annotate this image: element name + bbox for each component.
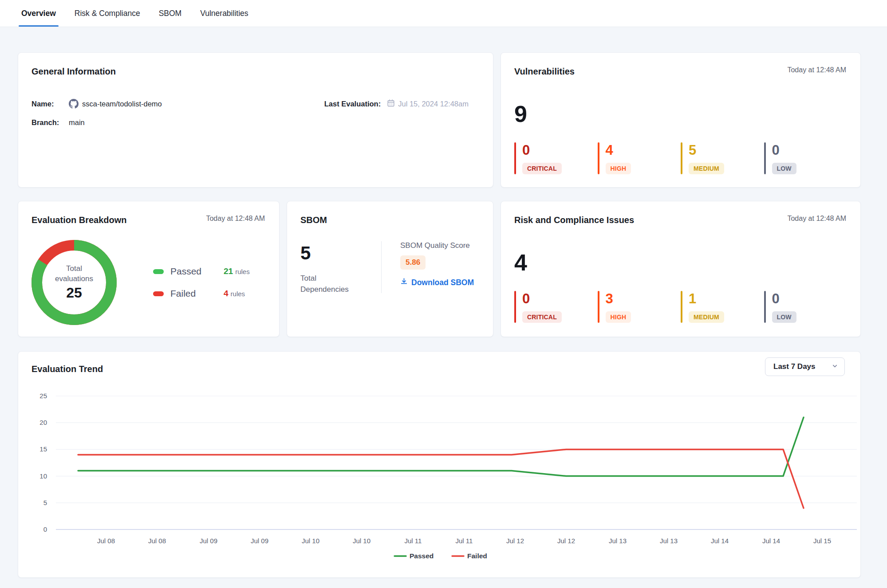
dashboard-page: OverviewRisk & ComplianceSBOMVulnerabili… (0, 0, 887, 588)
tab-risk-compliance[interactable]: Risk & Compliance (75, 0, 140, 27)
severity-bar-critical (514, 142, 516, 174)
y-axis-label: 20 (39, 419, 47, 426)
name-label: Name: (32, 100, 69, 108)
x-axis-label: Jul 14 (711, 537, 729, 545)
sbom-card: SBOM 5 TotalDependencies SBOM Quality Sc… (287, 201, 493, 337)
severity-count-medium: 1 (689, 292, 696, 306)
x-axis-label: Jul 14 (762, 537, 780, 545)
severity-badge-critical: CRITICAL (522, 311, 562, 323)
severity-badge-critical: CRITICAL (522, 163, 562, 174)
vulnerabilities-severity-row: 0CRITICAL4HIGH5MEDIUM0LOW (514, 142, 847, 174)
x-axis-label: Jul 08 (148, 537, 166, 545)
legend-label: Failed (170, 288, 224, 299)
severity-tile-medium: 5MEDIUM (681, 142, 764, 174)
dashboard-main: General Information Name: ssca-team/todo… (18, 27, 861, 578)
y-axis-label: 5 (43, 499, 47, 506)
repo-name-value: ssca-team/todolist-demo (69, 99, 162, 109)
total-dependencies-count: 5 (300, 244, 381, 263)
severity-bar-high (598, 142, 599, 174)
legend-item-failed: Failed4rules (153, 288, 250, 299)
tab-overview[interactable]: Overview (21, 0, 56, 27)
y-axis-label: 10 (39, 472, 47, 480)
x-axis-label: Jul 12 (506, 537, 524, 545)
severity-tile-high: 3HIGH (598, 291, 681, 323)
tab-sbom[interactable]: SBOM (159, 0, 182, 27)
severity-count-high: 4 (606, 143, 613, 157)
evaluations-donut-chart: Totalevaluations 25 (32, 240, 117, 325)
last-evaluation-text: Jul 15, 2024 12:48am (398, 100, 469, 108)
total-dependencies-label: TotalDependencies (300, 273, 381, 295)
severity-tile-low: 0LOW (764, 291, 848, 323)
time-range-select[interactable]: Last 7 Days (765, 357, 845, 376)
severity-bar-critical (514, 291, 516, 323)
risk-compliance-timestamp: Today at 12:48 AM (787, 215, 846, 223)
severity-bar-low (764, 291, 766, 323)
severity-bar-low (764, 142, 766, 174)
sbom-quality-score-label: SBOM Quality Score (400, 241, 474, 250)
x-axis-label: Jul 13 (660, 537, 678, 545)
general-information-card: General Information Name: ssca-team/todo… (18, 52, 493, 188)
sbom-quality-score-badge: 5.86 (400, 255, 426, 270)
sbom-title: SBOM (300, 215, 480, 225)
x-axis-label: Jul 12 (557, 537, 575, 545)
failed-line (78, 449, 804, 508)
tab-vulnerabilities[interactable]: Vulnerabilities (200, 0, 248, 27)
severity-badge-high: HIGH (606, 163, 631, 174)
risk-compliance-total: 4 (514, 251, 847, 274)
vulnerabilities-card: Vulnerabilities Today at 12:48 AM 9 0CRI… (501, 52, 861, 188)
donut-center-label: Totalevaluations 25 (32, 240, 117, 325)
x-axis-label: Jul 11 (405, 537, 422, 545)
x-axis-label: Jul 08 (97, 537, 115, 545)
x-axis-label: Jul 13 (609, 537, 627, 545)
legend-value: 4 (224, 289, 229, 298)
severity-bar-medium (681, 142, 682, 174)
vulnerabilities-total: 9 (514, 102, 847, 125)
x-axis-label: Jul 09 (200, 537, 217, 545)
severity-tile-critical: 0CRITICAL (514, 291, 598, 323)
passed-line (78, 417, 804, 476)
branch-value: main (69, 118, 85, 127)
last-evaluation-value: Jul 15, 2024 12:48am (387, 99, 469, 109)
legend-label: Passed (170, 266, 224, 277)
severity-count-low: 0 (772, 292, 780, 306)
severity-tile-high: 4HIGH (598, 142, 681, 174)
x-axis-label: Jul 11 (456, 537, 473, 545)
evaluation-trend-title: Evaluation Trend (32, 364, 103, 374)
last-evaluation-label: Last Evaluation: (324, 100, 381, 108)
general-information-title: General Information (32, 66, 480, 77)
y-axis-label: 25 (39, 392, 47, 400)
chevron-down-icon (832, 363, 838, 371)
severity-tile-low: 0LOW (764, 142, 848, 174)
x-axis-label: Jul 15 (813, 537, 831, 545)
severity-badge-medium: MEDIUM (689, 163, 724, 174)
risk-compliance-severity-row: 0CRITICAL3HIGH1MEDIUM0LOW (514, 291, 847, 323)
x-axis-label: Jul 09 (251, 537, 268, 545)
legend-unit: rules (235, 268, 250, 275)
severity-bar-high (598, 291, 599, 323)
risk-compliance-card: Risk and Compliance Issues Today at 12:4… (501, 201, 861, 337)
y-axis-label: 15 (39, 445, 47, 453)
severity-count-high: 3 (606, 292, 613, 306)
severity-badge-medium: MEDIUM (689, 311, 724, 323)
evaluation-breakdown-timestamp: Today at 12:48 AM (206, 215, 265, 223)
evaluation-trend-chart: 0510152025Jul 08Jul 08Jul 09Jul 09Jul 10… (18, 352, 861, 578)
github-icon (69, 99, 79, 109)
severity-badge-high: HIGH (606, 311, 631, 323)
severity-badge-low: LOW (772, 311, 796, 323)
severity-count-critical: 0 (522, 292, 530, 306)
x-axis-label: Jul 10 (302, 537, 319, 545)
calendar-icon (387, 99, 395, 109)
severity-badge-low: LOW (772, 163, 796, 174)
tab-bar: OverviewRisk & ComplianceSBOMVulnerabili… (0, 0, 887, 27)
passed-legend-label: Passed (410, 552, 434, 560)
download-sbom-link[interactable]: Download SBOM (400, 278, 474, 287)
evaluation-breakdown-legend: Passed21rulesFailed4rules (153, 266, 250, 299)
severity-count-medium: 5 (689, 143, 696, 157)
evaluation-trend-card: 0510152025Jul 08Jul 08Jul 09Jul 09Jul 10… (18, 351, 861, 578)
passed-pill-icon (153, 269, 164, 274)
legend-unit: rules (231, 290, 245, 298)
legend-item-passed: Passed21rules (153, 266, 250, 277)
total-evaluations-count: 25 (66, 285, 82, 301)
severity-tile-critical: 0CRITICAL (514, 142, 598, 174)
tab-list: OverviewRisk & ComplianceSBOMVulnerabili… (0, 0, 887, 27)
